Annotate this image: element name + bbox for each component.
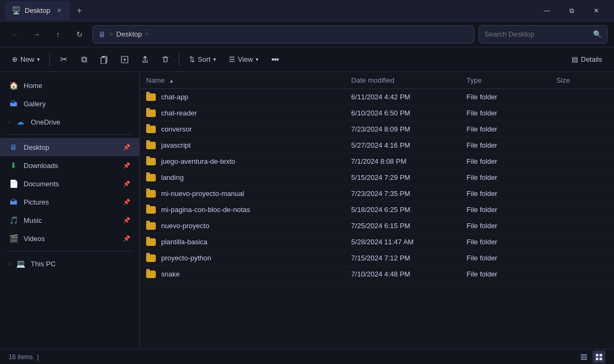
- file-size-cell: [550, 89, 614, 105]
- table-row[interactable]: javascript 5/27/2024 4:16 PMFile folder: [140, 137, 614, 154]
- thispc-icon: 💻: [16, 259, 25, 268]
- sidebar-item-onedrive[interactable]: › ☁ OneDrive: [0, 113, 139, 131]
- file-name-cell: landing: [140, 170, 345, 186]
- tab-area: 🖥️ Desktop ✕ +: [5, 1, 530, 20]
- svg-rect-6: [581, 359, 587, 360]
- file-type-cell: File folder: [460, 170, 550, 186]
- sidebar-item-pictures[interactable]: 🏔 Pictures 📌: [0, 193, 139, 211]
- back-button[interactable]: ←: [6, 26, 24, 43]
- svg-rect-2: [103, 56, 105, 57]
- sidebar-divider-1: [6, 134, 133, 135]
- toolbar-separator-2: [179, 53, 179, 66]
- file-date-cell: 6/10/2024 6:50 PM: [345, 105, 460, 121]
- table-row[interactable]: mi-nuevo-proyecto-manual 7/23/2024 7:35 …: [140, 186, 614, 202]
- new-tab-button[interactable]: +: [72, 3, 87, 18]
- refresh-button[interactable]: ↻: [71, 26, 88, 43]
- sidebar-item-videos[interactable]: 🎬 Videos 📌: [0, 229, 139, 247]
- active-tab[interactable]: 🖥️ Desktop ✕: [5, 1, 70, 20]
- grid-view-button[interactable]: [593, 351, 605, 363]
- music-pin-icon: 📌: [123, 217, 131, 224]
- sidebar-divider-2: [6, 251, 133, 251]
- search-input[interactable]: [485, 30, 590, 38]
- documents-pin-icon: 📌: [123, 180, 131, 187]
- thispc-chevron-icon: ›: [9, 261, 10, 267]
- file-date-cell: 7/23/2024 7:35 PM: [345, 186, 460, 202]
- delete-button[interactable]: [156, 50, 175, 69]
- sort-chevron-icon: ▾: [213, 56, 216, 62]
- table-row[interactable]: conversor 7/23/2024 8:09 PMFile folder: [140, 121, 614, 137]
- tab-label: Desktop: [25, 6, 50, 14]
- svg-rect-10: [599, 358, 602, 360]
- table-row[interactable]: chat-reader 6/10/2024 6:50 PMFile folder: [140, 105, 614, 121]
- new-button[interactable]: ⊕ New ▾: [6, 50, 45, 69]
- details-button[interactable]: ▤ Details: [566, 50, 608, 69]
- forward-button[interactable]: →: [28, 26, 45, 43]
- table-row[interactable]: juego-aventura-de-texto 7/1/2024 8:08 PM…: [140, 154, 614, 170]
- table-header-row: Name ▲ Date modified Type Size: [140, 72, 614, 89]
- cut-button[interactable]: ✂: [54, 50, 73, 69]
- table-row[interactable]: chat-app 6/11/2024 4:42 PMFile folder: [140, 89, 614, 105]
- sort-icon: ⇅: [189, 55, 195, 63]
- maximize-button[interactable]: ⧉: [559, 2, 584, 19]
- downloads-icon: ⬇: [9, 161, 18, 170]
- up-button[interactable]: ↑: [49, 26, 67, 43]
- column-date-label: Date modified: [351, 76, 394, 84]
- paste-button[interactable]: [95, 50, 113, 69]
- file-size-cell: [550, 250, 614, 266]
- close-window-button[interactable]: ✕: [584, 2, 609, 19]
- view-chevron-icon: ▾: [256, 56, 258, 62]
- copy-button[interactable]: ⧉: [75, 50, 93, 69]
- sidebar-item-music[interactable]: 🎵 Music 📌: [0, 211, 139, 229]
- sidebar-item-label: Downloads: [24, 162, 58, 170]
- list-view-button[interactable]: [577, 351, 590, 363]
- column-header-name[interactable]: Name ▲: [140, 72, 345, 89]
- details-icon: ▤: [572, 55, 578, 63]
- tab-desktop-icon: 🖥️: [12, 6, 20, 15]
- file-date-cell: 5/28/2024 11:47 AM: [345, 234, 460, 250]
- more-button[interactable]: •••: [266, 50, 284, 69]
- file-type-cell: File folder: [460, 266, 550, 282]
- toolbar-separator-1: [49, 53, 50, 66]
- file-name-label: juego-aventura-de-texto: [161, 157, 235, 165]
- sidebar-item-gallery[interactable]: 🏔 Gallery: [0, 94, 139, 113]
- table-row[interactable]: plantilla-basica 5/28/2024 11:47 AMFile …: [140, 234, 614, 250]
- column-header-date[interactable]: Date modified: [345, 72, 460, 89]
- rename-button[interactable]: [115, 50, 134, 69]
- search-box[interactable]: 🔍: [479, 25, 608, 43]
- sidebar-item-desktop[interactable]: 🖥 Desktop 📌: [0, 138, 139, 156]
- table-row[interactable]: landing 5/15/2024 7:29 PMFile folder: [140, 170, 614, 186]
- column-header-type[interactable]: Type: [460, 72, 550, 89]
- toolbar: ⊕ New ▾ ✂ ⧉ ⇅ Sort ▾ ☰ View: [0, 47, 614, 72]
- file-name-label: mi-nuevo-proyecto-manual: [161, 190, 244, 198]
- share-button[interactable]: [136, 50, 154, 69]
- file-size-cell: [550, 202, 614, 218]
- column-header-size[interactable]: Size: [550, 72, 614, 89]
- column-type-label: Type: [467, 76, 482, 84]
- file-name-label: landing: [161, 173, 184, 181]
- new-icon: ⊕: [12, 55, 18, 63]
- file-table: Name ▲ Date modified Type Size: [140, 72, 614, 282]
- view-label: View: [238, 55, 253, 63]
- file-type-cell: File folder: [460, 186, 550, 202]
- videos-icon: 🎬: [9, 234, 18, 243]
- svg-rect-5: [581, 356, 587, 358]
- folder-icon: [146, 93, 156, 101]
- file-size-cell: [550, 154, 614, 170]
- sidebar-item-home[interactable]: 🏠 Home: [0, 76, 139, 94]
- table-row[interactable]: proyecto-python 7/15/2024 7:12 PMFile fo…: [140, 250, 614, 266]
- address-path[interactable]: 🖥 > Desktop >: [92, 25, 474, 43]
- table-row[interactable]: nuevo-proyecto 7/25/2024 6:15 PMFile fol…: [140, 218, 614, 234]
- sidebar-item-label: Desktop: [24, 143, 49, 151]
- folder-icon: [146, 222, 156, 230]
- sort-label: Sort: [198, 55, 211, 63]
- table-row[interactable]: snake 7/10/2024 4:48 PMFile folder: [140, 266, 614, 282]
- sidebar-item-documents[interactable]: 📄 Documents 📌: [0, 174, 139, 193]
- minimize-button[interactable]: —: [534, 2, 559, 19]
- sidebar-item-label: Home: [24, 82, 42, 90]
- view-button[interactable]: ☰ View ▾: [223, 50, 264, 69]
- sort-button[interactable]: ⇅ Sort ▾: [184, 50, 221, 69]
- table-row[interactable]: mi-pagina-con-bloc-de-notas 5/18/2024 6:…: [140, 202, 614, 218]
- sidebar-item-thispc[interactable]: › 💻 This PC: [0, 254, 139, 273]
- sidebar-item-downloads[interactable]: ⬇ Downloads 📌: [0, 156, 139, 174]
- close-tab-button[interactable]: ✕: [55, 6, 63, 15]
